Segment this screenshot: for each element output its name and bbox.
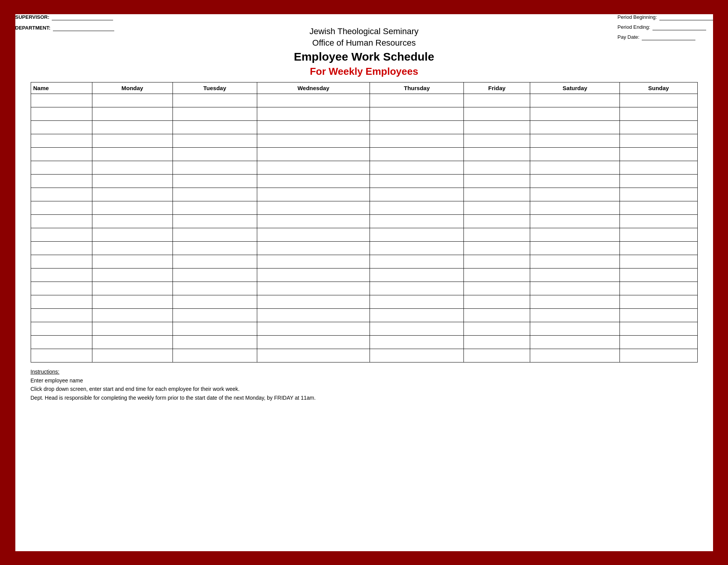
- schedule-cell[interactable]: [464, 282, 530, 309]
- period-ending-input[interactable]: [652, 24, 706, 30]
- schedule-cell[interactable]: [370, 175, 464, 201]
- schedule-cell[interactable]: [92, 282, 173, 309]
- table-row[interactable]: [31, 175, 697, 201]
- schedule-cell[interactable]: [257, 121, 370, 148]
- schedule-cell[interactable]: [370, 228, 464, 255]
- schedule-cell[interactable]: [92, 121, 173, 148]
- subtitle: For Weekly Employees: [31, 66, 698, 77]
- schedule-cell[interactable]: [257, 309, 370, 336]
- schedule-cell[interactable]: [620, 336, 697, 362]
- name-cell[interactable]: [31, 228, 92, 255]
- schedule-cell[interactable]: [173, 255, 257, 282]
- schedule-cell[interactable]: [370, 201, 464, 228]
- schedule-cell[interactable]: [530, 228, 620, 255]
- name-cell[interactable]: [31, 309, 92, 336]
- schedule-cell[interactable]: [530, 175, 620, 201]
- name-cell[interactable]: [31, 148, 92, 175]
- schedule-cell[interactable]: [173, 201, 257, 228]
- schedule-cell[interactable]: [620, 94, 697, 121]
- schedule-cell[interactable]: [257, 201, 370, 228]
- schedule-cell[interactable]: [92, 255, 173, 282]
- schedule-cell[interactable]: [92, 336, 173, 362]
- schedule-cell[interactable]: [92, 148, 173, 175]
- schedule-cell[interactable]: [620, 282, 697, 309]
- schedule-cell[interactable]: [92, 309, 173, 336]
- schedule-cell[interactable]: [257, 94, 370, 121]
- schedule-cell[interactable]: [370, 255, 464, 282]
- instructions-section: Instructions: Enter employee name Click …: [31, 369, 698, 402]
- schedule-cell[interactable]: [464, 336, 530, 362]
- schedule-cell[interactable]: [464, 175, 530, 201]
- schedule-cell[interactable]: [370, 121, 464, 148]
- table-row[interactable]: [31, 255, 697, 282]
- schedule-cell[interactable]: [530, 255, 620, 282]
- table-row[interactable]: [31, 282, 697, 309]
- supervisor-input-line[interactable]: [52, 14, 113, 20]
- schedule-cell[interactable]: [464, 228, 530, 255]
- schedule-cell[interactable]: [530, 282, 620, 309]
- schedule-cell[interactable]: [464, 309, 530, 336]
- schedule-cell[interactable]: [530, 94, 620, 121]
- name-cell[interactable]: [31, 201, 92, 228]
- schedule-cell[interactable]: [173, 228, 257, 255]
- period-beginning-input[interactable]: [659, 14, 713, 20]
- schedule-cell[interactable]: [620, 309, 697, 336]
- schedule-cell[interactable]: [620, 228, 697, 255]
- schedule-cell[interactable]: [370, 282, 464, 309]
- org-name-line1: Jewish Theological Seminary Office of Hu…: [31, 26, 698, 49]
- table-row[interactable]: [31, 148, 697, 175]
- schedule-cell[interactable]: [464, 201, 530, 228]
- schedule-cell[interactable]: [92, 94, 173, 121]
- schedule-cell[interactable]: [620, 148, 697, 175]
- schedule-cell[interactable]: [530, 336, 620, 362]
- schedule-cell[interactable]: [530, 201, 620, 228]
- schedule-cell[interactable]: [530, 121, 620, 148]
- schedule-cell[interactable]: [92, 175, 173, 201]
- table-row[interactable]: [31, 336, 697, 362]
- schedule-cell[interactable]: [257, 228, 370, 255]
- schedule-cell[interactable]: [173, 336, 257, 362]
- schedule-cell[interactable]: [173, 121, 257, 148]
- period-beginning-row: Period Beginning:: [618, 14, 713, 20]
- table-row[interactable]: [31, 121, 697, 148]
- schedule-cell[interactable]: [620, 121, 697, 148]
- schedule-cell[interactable]: [464, 121, 530, 148]
- schedule-cell[interactable]: [620, 175, 697, 201]
- schedule-cell[interactable]: [464, 148, 530, 175]
- schedule-cell[interactable]: [257, 175, 370, 201]
- schedule-cell[interactable]: [464, 255, 530, 282]
- schedule-cell[interactable]: [92, 201, 173, 228]
- schedule-cell[interactable]: [620, 255, 697, 282]
- schedule-cell[interactable]: [257, 148, 370, 175]
- schedule-cell[interactable]: [370, 94, 464, 121]
- table-row[interactable]: [31, 201, 697, 228]
- schedule-cell[interactable]: [173, 309, 257, 336]
- table-row[interactable]: [31, 228, 697, 255]
- schedule-cell[interactable]: [620, 201, 697, 228]
- name-cell[interactable]: [31, 282, 92, 309]
- name-cell[interactable]: [31, 255, 92, 282]
- schedule-cell[interactable]: [92, 228, 173, 255]
- schedule-cell[interactable]: [173, 282, 257, 309]
- name-cell[interactable]: [31, 336, 92, 362]
- name-cell[interactable]: [31, 121, 92, 148]
- table-row[interactable]: [31, 309, 697, 336]
- schedule-cell[interactable]: [464, 94, 530, 121]
- schedule-cell[interactable]: [173, 175, 257, 201]
- schedule-cell[interactable]: [257, 255, 370, 282]
- schedule-cell[interactable]: [530, 309, 620, 336]
- name-cell[interactable]: [31, 94, 92, 121]
- header-section: Jewish Theological Seminary Office of Hu…: [31, 26, 698, 78]
- schedule-cell[interactable]: [370, 148, 464, 175]
- schedule-cell[interactable]: [257, 336, 370, 362]
- schedule-cell[interactable]: [370, 309, 464, 336]
- schedule-cell[interactable]: [257, 282, 370, 309]
- schedule-cell[interactable]: [530, 148, 620, 175]
- schedule-cell[interactable]: [370, 336, 464, 362]
- schedule-cell[interactable]: [173, 94, 257, 121]
- pay-date-input[interactable]: [642, 34, 695, 40]
- schedule-cell[interactable]: [173, 148, 257, 175]
- doc-title: Employee Work Schedule: [31, 49, 698, 64]
- table-row[interactable]: [31, 94, 697, 121]
- name-cell[interactable]: [31, 175, 92, 201]
